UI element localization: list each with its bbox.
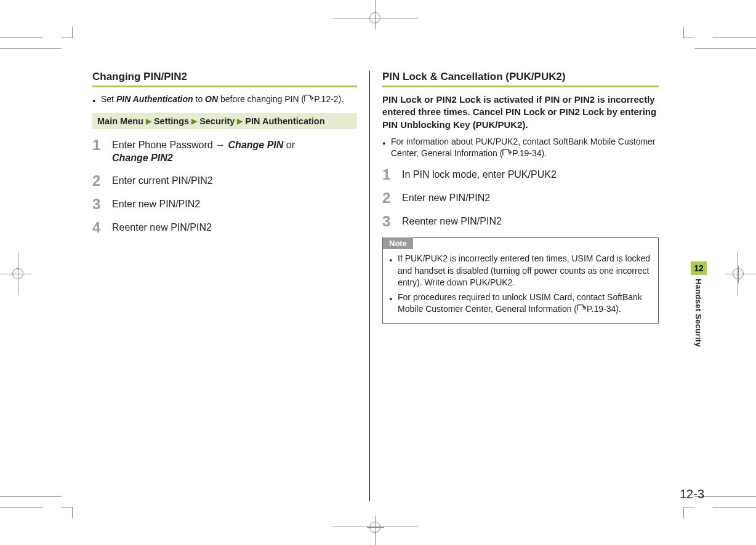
step-text: Enter new PIN/PIN2 xyxy=(402,191,490,205)
note-box: Note If PUK/PUK2 is incorrectly entered … xyxy=(382,237,659,324)
note-text: If PUK/PUK2 is incorrectly entered ten t… xyxy=(398,253,652,289)
bullet-icon xyxy=(92,93,101,106)
step: 4 Reenter new PIN/PIN2 xyxy=(92,220,357,235)
reference-icon xyxy=(304,94,314,102)
chapter-title: Handset Security xyxy=(694,279,703,347)
right-intro: PIN Lock or PIN2 Lock is activated if PI… xyxy=(382,93,659,131)
nav-segment: Main Menu xyxy=(97,116,143,126)
bullet-icon xyxy=(382,136,391,160)
reference-icon xyxy=(577,304,587,312)
step: 1 Enter Phone Password → Change PIN or C… xyxy=(92,138,357,165)
menu-path: Main Menu ▶ Settings ▶ Security ▶ PIN Au… xyxy=(92,113,357,129)
step-number: 2 xyxy=(92,173,112,188)
arrow-icon: → xyxy=(215,140,225,150)
section-heading-left: Changing PIN/PIN2 xyxy=(92,71,357,87)
chapter-number: 12 xyxy=(691,261,707,275)
step: 1 In PIN lock mode, enter PUK/PUK2 xyxy=(382,167,659,182)
step-number: 1 xyxy=(92,138,112,165)
right-info-text: For information about PUK/PUK2, contact … xyxy=(391,136,659,160)
note-text: For procedures required to unlock USIM C… xyxy=(398,292,652,316)
step: 3 Reenter new PIN/PIN2 xyxy=(382,214,659,229)
nav-segment: PIN Authentication xyxy=(245,116,324,126)
step-number: 3 xyxy=(382,214,402,229)
step-text: Reenter new PIN/PIN2 xyxy=(112,220,212,235)
reference-icon xyxy=(502,148,512,156)
page-number: 12-3 xyxy=(680,487,704,501)
note-label: Note xyxy=(383,237,413,249)
step: 3 Enter new PIN/PIN2 xyxy=(92,197,357,212)
left-column: Changing PIN/PIN2 Set PIN Authentication… xyxy=(92,71,369,501)
step: 2 Enter new PIN/PIN2 xyxy=(382,191,659,205)
step-text: Enter Phone Password → Change PIN or Cha… xyxy=(112,138,295,165)
nav-segment: Security xyxy=(199,116,235,126)
step-text: Enter current PIN/PIN2 xyxy=(112,173,213,188)
step-number: 3 xyxy=(92,197,112,212)
bullet-icon xyxy=(389,253,398,289)
step-number: 2 xyxy=(382,191,402,205)
step-text: In PIN lock mode, enter PUK/PUK2 xyxy=(402,167,557,182)
manual-page: Changing PIN/PIN2 Set PIN Authentication… xyxy=(92,71,671,501)
step-number: 4 xyxy=(92,220,112,235)
left-prereq: Set PIN Authentication to ON before chan… xyxy=(92,93,357,106)
right-info: For information about PUK/PUK2, contact … xyxy=(382,136,659,160)
nav-segment: Settings xyxy=(154,116,189,126)
left-prereq-text: Set PIN Authentication to ON before chan… xyxy=(101,93,344,106)
step-text: Enter new PIN/PIN2 xyxy=(112,197,200,212)
chapter-tab: 12 Handset Security xyxy=(691,261,707,347)
bullet-icon xyxy=(389,292,398,316)
left-steps: 1 Enter Phone Password → Change PIN or C… xyxy=(92,138,357,235)
section-heading-right: PIN Lock & Cancellation (PUK/PUK2) xyxy=(382,71,659,87)
step-number: 1 xyxy=(382,167,402,182)
step-text: Reenter new PIN/PIN2 xyxy=(402,214,502,229)
right-steps: 1 In PIN lock mode, enter PUK/PUK2 2 Ent… xyxy=(382,167,659,229)
triangle-icon: ▶ xyxy=(146,117,151,125)
triangle-icon: ▶ xyxy=(191,117,197,125)
triangle-icon: ▶ xyxy=(237,117,243,125)
right-column: PIN Lock & Cancellation (PUK/PUK2) PIN L… xyxy=(369,71,659,501)
step: 2 Enter current PIN/PIN2 xyxy=(92,173,357,188)
